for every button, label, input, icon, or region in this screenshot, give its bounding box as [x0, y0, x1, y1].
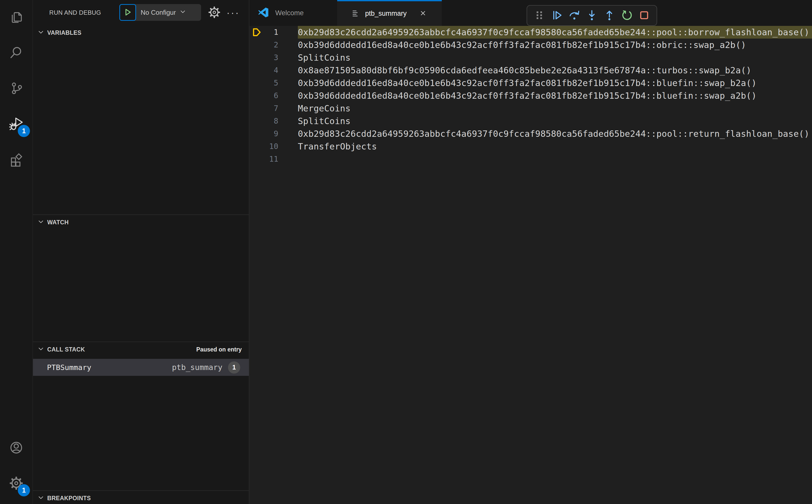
- code-line-text[interactable]: 0x8ae871505a80d8bf6bf9c05906cda6edfeea46…: [298, 64, 812, 77]
- activity-item-explorer[interactable]: [0, 0, 32, 36]
- breakpoints-section-label: BREAKPOINTS: [47, 495, 91, 502]
- start-debugging-button[interactable]: [119, 4, 136, 21]
- activity-bar-bottom: 1: [0, 430, 32, 504]
- list-icon: [350, 9, 359, 19]
- thread-count-badge: 1: [228, 361, 240, 374]
- code-line: 2 0xb39d6dddedd16ed8a40ce0b1e6b43c92acf0…: [249, 39, 812, 51]
- line-number: 4: [274, 64, 278, 77]
- chevron-down-icon: [179, 8, 186, 17]
- code-line-text[interactable]: 0xb29d83c26cdd2a64959263abbcfc4a6937f0c9…: [298, 127, 812, 140]
- play-icon: [123, 8, 132, 17]
- line-number: 8: [274, 115, 278, 127]
- code-line-text[interactable]: TransferObjects: [298, 140, 812, 153]
- code-editor[interactable]: 1 0xb29d83c26cdd2a64959263abbcfc4a6937f0…: [249, 26, 812, 504]
- stop-icon: [638, 9, 650, 22]
- tab-welcome-label: Welcome: [275, 9, 304, 17]
- call-stack-section-label: CALL STACK: [47, 346, 85, 353]
- stop-button[interactable]: [638, 9, 650, 22]
- gutter[interactable]: 1: [249, 26, 298, 39]
- code-line-text[interactable]: 0xb39d6dddedd16ed8a40ce0b1e6b43c92acf0ff…: [298, 39, 812, 51]
- continue-button[interactable]: [551, 9, 563, 22]
- line-number: 1: [274, 26, 278, 39]
- code-line: 9 0xb29d83c26cdd2a64959263abbcfc4a6937f0…: [249, 127, 812, 140]
- debug-configuration-select[interactable]: No Configur: [134, 4, 201, 21]
- debug-configuration-label: No Configur: [141, 9, 176, 16]
- code-line: 10 TransferObjects: [249, 140, 812, 153]
- line-number: 10: [269, 140, 278, 153]
- code-line: 8 SplitCoins: [249, 115, 812, 127]
- continue-icon: [551, 9, 563, 22]
- debug-toolbar: [527, 5, 657, 26]
- tab-ptb-summary[interactable]: ptb_summary: [337, 0, 442, 26]
- activity-item-extensions[interactable]: [0, 142, 32, 178]
- chevron-down-icon: [37, 28, 45, 37]
- gutter[interactable]: 6: [249, 89, 298, 102]
- gutter[interactable]: 4: [249, 64, 298, 77]
- toolbar-drag-handle[interactable]: [533, 9, 546, 22]
- watch-section-label: WATCH: [47, 219, 69, 226]
- extensions-icon: [9, 152, 24, 168]
- gutter[interactable]: 9: [249, 127, 298, 140]
- gutter[interactable]: 2: [249, 39, 298, 51]
- activity-item-source-control[interactable]: [0, 71, 32, 107]
- line-number: 3: [274, 51, 278, 64]
- code-line-text[interactable]: SplitCoins: [298, 51, 812, 64]
- step-over-icon: [568, 9, 581, 22]
- step-out-icon: [603, 9, 616, 22]
- restart-button[interactable]: [621, 9, 633, 22]
- gutter[interactable]: 7: [249, 102, 298, 115]
- activity-item-run-and-debug[interactable]: 1: [0, 107, 32, 142]
- tab-close-button[interactable]: [419, 9, 427, 18]
- call-stack-row-meta: ptb_summary 1: [172, 361, 240, 374]
- gutter[interactable]: 8: [249, 115, 298, 127]
- paused-status-text: Paused on entry: [196, 346, 242, 353]
- code-line: 6 0xb39d6dddedd16ed8a40ce0b1e6b43c92acf0…: [249, 89, 812, 102]
- breakpoints-section-header[interactable]: BREAKPOINTS: [33, 491, 249, 504]
- files-icon: [9, 10, 24, 26]
- call-stack-row[interactable]: PTBSummary ptb_summary 1: [33, 359, 249, 376]
- watch-section-header[interactable]: WATCH: [33, 215, 249, 230]
- more-actions-button[interactable]: ···: [226, 10, 240, 15]
- variables-section-header[interactable]: VARIABLES: [33, 25, 249, 40]
- debug-settings-gear-button[interactable]: [208, 6, 221, 20]
- debug-current-line-pointer-icon: [252, 28, 262, 38]
- activity-item-settings[interactable]: 1: [0, 466, 32, 501]
- line-number: 5: [274, 77, 278, 89]
- step-into-button[interactable]: [586, 9, 598, 22]
- restart-icon: [621, 9, 633, 22]
- code-line: 4 0x8ae871505a80d8bf6bf9c05906cda6edfeea…: [249, 64, 812, 77]
- code-line: 7 MergeCoins: [249, 102, 812, 115]
- code-line-text[interactable]: 0xb39d6dddedd16ed8a40ce0b1e6b43c92acf0ff…: [298, 77, 812, 89]
- watch-section: WATCH: [33, 214, 249, 342]
- line-number: 7: [274, 102, 278, 115]
- code-line: 11: [249, 153, 812, 165]
- gutter[interactable]: 5: [249, 77, 298, 89]
- sidebar-header: RUN AND DEBUG No Configur: [33, 0, 249, 25]
- gutter[interactable]: 11: [249, 153, 298, 165]
- line-number: 2: [274, 39, 278, 51]
- call-stack-file-name: ptb_summary: [172, 363, 222, 372]
- activity-item-accounts[interactable]: [0, 430, 32, 466]
- debug-count-badge: 1: [18, 125, 30, 137]
- step-over-button[interactable]: [568, 9, 581, 22]
- tab-ptb-summary-label: ptb_summary: [365, 10, 407, 18]
- launch-control: No Configur: [119, 4, 201, 21]
- code-line: 3 SplitCoins: [249, 51, 812, 64]
- call-stack-section-header[interactable]: CALL STACK Paused on entry: [33, 342, 249, 357]
- code-line-text[interactable]: MergeCoins: [298, 102, 812, 115]
- chevron-down-icon: [37, 494, 45, 502]
- account-icon: [9, 440, 24, 456]
- gutter[interactable]: 10: [249, 140, 298, 153]
- code-line-text[interactable]: 0xb29d83c26cdd2a64959263abbcfc4a6937f0c9…: [298, 26, 812, 39]
- code-line: 1 0xb29d83c26cdd2a64959263abbcfc4a6937f0…: [249, 26, 812, 39]
- close-icon: [419, 9, 427, 18]
- variables-section-label: VARIABLES: [47, 29, 81, 36]
- code-line-text[interactable]: SplitCoins: [298, 115, 812, 127]
- activity-bar-top: 1: [0, 0, 32, 178]
- activity-item-search[interactable]: [0, 36, 32, 71]
- code-line-text[interactable]: 0xb39d6dddedd16ed8a40ce0b1e6b43c92acf0ff…: [298, 89, 812, 102]
- step-out-button[interactable]: [603, 9, 616, 22]
- code-line-text[interactable]: [298, 153, 812, 165]
- tab-welcome[interactable]: Welcome: [249, 0, 337, 26]
- gutter[interactable]: 3: [249, 51, 298, 64]
